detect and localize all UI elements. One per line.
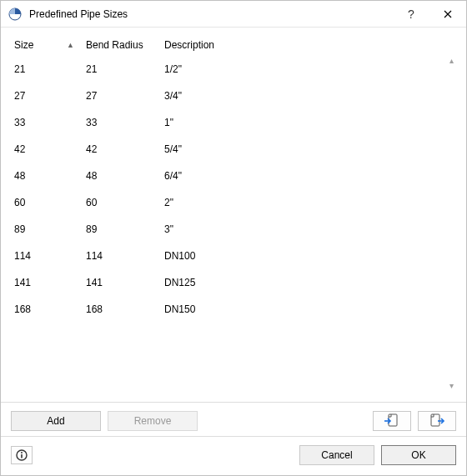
cell-description: DN100 xyxy=(161,243,440,269)
cell-bend-radius: 60 xyxy=(83,189,161,216)
table-container: ▴ ▾ Size ▲ Bend Radius Description xyxy=(11,34,456,393)
cell-size: 48 xyxy=(11,163,83,189)
column-header-desc-label: Description xyxy=(164,39,214,51)
titlebar: Predefined Pipe Sizes ? xyxy=(1,1,466,28)
cell-bend-radius: 141 xyxy=(83,269,161,296)
help-button[interactable]: ? xyxy=(393,1,429,28)
app-icon xyxy=(8,7,23,22)
cell-size: 89 xyxy=(11,216,83,243)
cell-size: 33 xyxy=(11,109,83,136)
info-button[interactable] xyxy=(11,446,33,464)
table-row[interactable]: 141141DN125 xyxy=(11,269,440,296)
cell-bend-radius: 114 xyxy=(83,243,161,269)
info-icon xyxy=(16,449,28,461)
column-header-bend-label: Bend Radius xyxy=(86,39,143,51)
table-row[interactable]: 27273/4" xyxy=(11,83,440,109)
table-row[interactable]: 89893" xyxy=(11,216,440,243)
import-button[interactable] xyxy=(373,411,411,431)
scroll-down-icon[interactable]: ▾ xyxy=(449,381,454,390)
add-button[interactable]: Add xyxy=(11,411,101,431)
cell-size: 27 xyxy=(11,83,83,109)
cell-description: 6/4" xyxy=(161,163,440,189)
cell-bend-radius: 168 xyxy=(83,296,161,323)
column-header-size-label: Size xyxy=(14,39,33,51)
column-header-bend-radius[interactable]: Bend Radius xyxy=(83,34,161,56)
table-row[interactable]: 168168DN150 xyxy=(11,296,440,323)
table-row[interactable]: 114114DN100 xyxy=(11,243,440,269)
cell-description: DN125 xyxy=(161,269,440,296)
close-button[interactable] xyxy=(429,1,466,28)
svg-point-4 xyxy=(21,452,23,453)
table-header-row: Size ▲ Bend Radius Description xyxy=(11,34,440,56)
table-row[interactable]: 21211/2" xyxy=(11,56,440,83)
cell-description: 3" xyxy=(161,216,440,243)
cell-size: 21 xyxy=(11,56,83,83)
cell-bend-radius: 33 xyxy=(83,109,161,136)
cell-bend-radius: 27 xyxy=(83,83,161,109)
cell-bend-radius: 48 xyxy=(83,163,161,189)
export-icon xyxy=(429,413,445,428)
svg-rect-5 xyxy=(21,454,23,458)
ok-button-label: OK xyxy=(411,449,425,461)
help-icon: ? xyxy=(408,8,414,21)
remove-button-label: Remove xyxy=(134,415,172,427)
remove-button[interactable]: Remove xyxy=(108,411,198,431)
table-row[interactable]: 48486/4" xyxy=(11,163,440,189)
cancel-button-label: Cancel xyxy=(321,449,352,461)
column-header-size[interactable]: Size ▲ xyxy=(11,34,83,56)
svg-rect-2 xyxy=(431,414,439,426)
cell-size: 60 xyxy=(11,189,83,216)
content-area: ▴ ▾ Size ▲ Bend Radius Description xyxy=(1,28,466,402)
cell-size: 114 xyxy=(11,243,83,269)
table-body: 21211/2"27273/4"33331"42425/4"48486/4"60… xyxy=(11,56,440,323)
ok-button[interactable]: OK xyxy=(381,445,456,465)
cell-bend-radius: 89 xyxy=(83,216,161,243)
dialog-button-row: Cancel OK xyxy=(1,436,466,475)
cell-description: 1" xyxy=(161,109,440,136)
cell-description: 5/4" xyxy=(161,136,440,163)
close-icon xyxy=(444,10,452,18)
cell-description: DN150 xyxy=(161,296,440,323)
cell-size: 168 xyxy=(11,296,83,323)
add-button-label: Add xyxy=(47,415,64,427)
cell-bend-radius: 42 xyxy=(83,136,161,163)
table-row[interactable]: 60602" xyxy=(11,189,440,216)
cell-size: 42 xyxy=(11,136,83,163)
action-button-row: Add Remove xyxy=(1,402,466,436)
import-icon xyxy=(384,413,400,428)
column-header-description[interactable]: Description xyxy=(161,34,440,56)
export-button[interactable] xyxy=(418,411,456,431)
table-row[interactable]: 42425/4" xyxy=(11,136,440,163)
scroll-up-icon[interactable]: ▴ xyxy=(449,56,454,65)
table-row[interactable]: 33331" xyxy=(11,109,440,136)
cell-description: 3/4" xyxy=(161,83,440,109)
cell-size: 141 xyxy=(11,269,83,296)
cancel-button[interactable]: Cancel xyxy=(299,445,374,465)
window-title: Predefined Pipe Sizes xyxy=(29,8,128,20)
cell-bend-radius: 21 xyxy=(83,56,161,83)
sort-asc-icon: ▲ xyxy=(67,41,74,49)
pipe-sizes-table: Size ▲ Bend Radius Description 21211/2"2… xyxy=(11,34,440,323)
cell-description: 2" xyxy=(161,189,440,216)
cell-description: 1/2" xyxy=(161,56,440,83)
